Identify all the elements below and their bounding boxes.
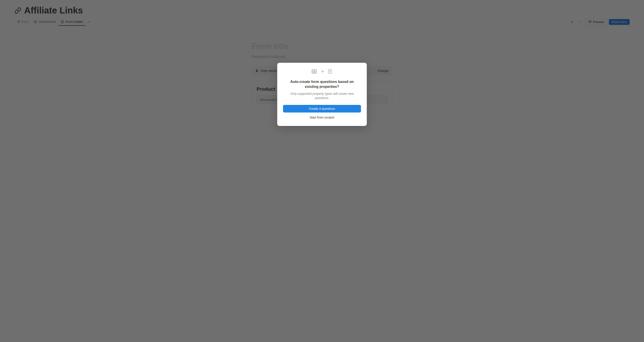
start-from-scratch-button[interactable]: Start from scratch — [283, 114, 361, 121]
modal-icons — [283, 69, 361, 75]
create-questions-button[interactable]: Create 4 questions — [283, 105, 361, 113]
arrow-right-icon — [320, 70, 324, 74]
table-icon — [311, 69, 317, 75]
modal-subtitle: Only supported property types will creat… — [283, 92, 361, 100]
auto-create-modal: Auto-create form questions based on exis… — [277, 63, 367, 126]
form-icon — [327, 69, 333, 75]
modal-title: Auto-create form questions based on exis… — [283, 79, 361, 89]
modal-overlay[interactable]: Auto-create form questions based on exis… — [0, 0, 644, 342]
